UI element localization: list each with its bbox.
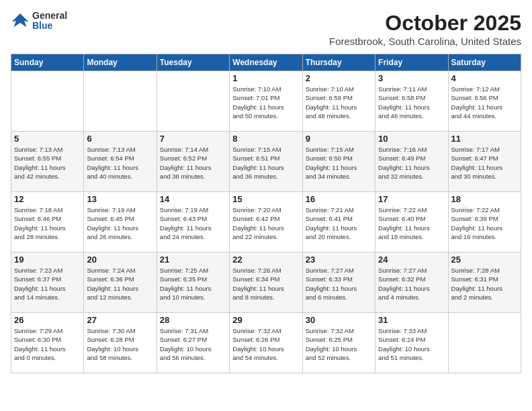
day-number: 7 (160, 134, 226, 144)
logo-blue: Blue (32, 21, 67, 31)
calendar-cell: 13Sunrise: 7:19 AM Sunset: 6:45 PM Dayli… (84, 192, 157, 253)
day-number: 19 (14, 255, 81, 265)
day-info: Sunrise: 7:15 AM Sunset: 6:51 PM Dayligh… (232, 145, 299, 181)
calendar-cell (84, 71, 157, 132)
day-number: 17 (378, 194, 445, 204)
calendar-cell: 11Sunrise: 7:17 AM Sunset: 6:47 PM Dayli… (448, 132, 521, 192)
day-number: 27 (87, 315, 153, 325)
calendar-week-row: 19Sunrise: 7:23 AM Sunset: 6:37 PM Dayli… (11, 253, 521, 313)
calendar-cell: 23Sunrise: 7:27 AM Sunset: 6:33 PM Dayli… (302, 253, 375, 313)
day-info: Sunrise: 7:12 AM Sunset: 6:56 PM Dayligh… (451, 85, 518, 120)
day-info: Sunrise: 7:25 AM Sunset: 6:35 PM Dayligh… (160, 266, 226, 302)
calendar-cell: 17Sunrise: 7:22 AM Sunset: 6:40 PM Dayli… (375, 192, 448, 253)
day-number: 23 (306, 255, 372, 265)
day-number: 13 (87, 194, 153, 204)
day-info: Sunrise: 7:19 AM Sunset: 6:45 PM Dayligh… (87, 205, 153, 241)
calendar-cell: 24Sunrise: 7:27 AM Sunset: 6:32 PM Dayli… (375, 253, 448, 313)
day-number: 15 (232, 194, 299, 204)
day-info: Sunrise: 7:24 AM Sunset: 6:36 PM Dayligh… (87, 266, 153, 302)
day-info: Sunrise: 7:10 AM Sunset: 7:01 PM Dayligh… (232, 85, 299, 120)
day-info: Sunrise: 7:19 AM Sunset: 6:43 PM Dayligh… (160, 205, 226, 241)
calendar-cell: 20Sunrise: 7:24 AM Sunset: 6:36 PM Dayli… (84, 253, 157, 313)
day-number: 24 (378, 255, 445, 265)
day-number: 1 (232, 73, 299, 83)
day-info: Sunrise: 7:17 AM Sunset: 6:47 PM Dayligh… (451, 145, 518, 181)
weekday-header-thursday: Thursday (302, 54, 375, 71)
day-info: Sunrise: 7:28 AM Sunset: 6:31 PM Dayligh… (451, 266, 518, 302)
day-info: Sunrise: 7:32 AM Sunset: 6:26 PM Dayligh… (232, 326, 299, 362)
weekday-header-sunday: Sunday (11, 54, 84, 71)
page-header: General Blue October 2025 Forestbrook, S… (11, 11, 521, 47)
svg-marker-0 (12, 14, 29, 28)
calendar-cell: 22Sunrise: 7:26 AM Sunset: 6:34 PM Dayli… (230, 253, 302, 313)
day-info: Sunrise: 7:27 AM Sunset: 6:32 PM Dayligh… (378, 266, 445, 302)
day-number: 22 (232, 255, 299, 265)
weekday-header-tuesday: Tuesday (157, 54, 229, 71)
day-number: 6 (87, 134, 153, 144)
day-number: 28 (160, 315, 226, 325)
day-info: Sunrise: 7:20 AM Sunset: 6:42 PM Dayligh… (232, 205, 299, 241)
calendar-cell: 9Sunrise: 7:15 AM Sunset: 6:50 PM Daylig… (302, 132, 375, 192)
day-info: Sunrise: 7:27 AM Sunset: 6:33 PM Dayligh… (306, 266, 372, 302)
day-number: 26 (14, 315, 81, 325)
day-info: Sunrise: 7:11 AM Sunset: 6:58 PM Dayligh… (378, 85, 445, 120)
day-number: 14 (160, 194, 226, 204)
calendar-cell: 25Sunrise: 7:28 AM Sunset: 6:31 PM Dayli… (448, 253, 521, 313)
calendar-cell: 27Sunrise: 7:30 AM Sunset: 6:28 PM Dayli… (84, 313, 157, 373)
calendar-cell: 26Sunrise: 7:29 AM Sunset: 6:30 PM Dayli… (11, 313, 84, 373)
day-number: 30 (306, 315, 372, 325)
logo: General Blue (11, 11, 67, 32)
calendar-cell: 5Sunrise: 7:13 AM Sunset: 6:55 PM Daylig… (11, 132, 84, 192)
calendar: SundayMondayTuesdayWednesdayThursdayFrid… (11, 54, 521, 373)
day-number: 21 (160, 255, 226, 265)
day-number: 5 (14, 134, 81, 144)
calendar-week-row: 5Sunrise: 7:13 AM Sunset: 6:55 PM Daylig… (11, 132, 521, 192)
day-number: 12 (14, 194, 81, 204)
title-block: October 2025 Forestbrook, South Carolina… (329, 11, 521, 47)
day-info: Sunrise: 7:14 AM Sunset: 6:52 PM Dayligh… (160, 145, 226, 181)
calendar-cell: 8Sunrise: 7:15 AM Sunset: 6:51 PM Daylig… (230, 132, 302, 192)
calendar-cell: 3Sunrise: 7:11 AM Sunset: 6:58 PM Daylig… (375, 71, 448, 132)
day-info: Sunrise: 7:23 AM Sunset: 6:37 PM Dayligh… (14, 266, 81, 302)
calendar-cell: 18Sunrise: 7:22 AM Sunset: 6:39 PM Dayli… (448, 192, 521, 253)
calendar-cell: 10Sunrise: 7:16 AM Sunset: 6:49 PM Dayli… (375, 132, 448, 192)
day-number: 29 (232, 315, 299, 325)
calendar-cell: 1Sunrise: 7:10 AM Sunset: 7:01 PM Daylig… (230, 71, 302, 132)
weekday-header-wednesday: Wednesday (230, 54, 302, 71)
day-number: 20 (87, 255, 153, 265)
day-info: Sunrise: 7:30 AM Sunset: 6:28 PM Dayligh… (87, 326, 153, 362)
weekday-header-friday: Friday (375, 54, 448, 71)
day-number: 2 (306, 73, 372, 83)
day-number: 8 (232, 134, 299, 144)
logo-text: General Blue (32, 11, 67, 32)
day-info: Sunrise: 7:31 AM Sunset: 6:27 PM Dayligh… (160, 326, 226, 362)
day-info: Sunrise: 7:26 AM Sunset: 6:34 PM Dayligh… (232, 266, 299, 302)
calendar-week-row: 1Sunrise: 7:10 AM Sunset: 7:01 PM Daylig… (11, 71, 521, 132)
calendar-cell: 28Sunrise: 7:31 AM Sunset: 6:27 PM Dayli… (157, 313, 229, 373)
day-info: Sunrise: 7:13 AM Sunset: 6:55 PM Dayligh… (14, 145, 81, 181)
calendar-cell (448, 313, 521, 373)
month-title: October 2025 (329, 11, 521, 36)
day-info: Sunrise: 7:10 AM Sunset: 6:59 PM Dayligh… (306, 85, 372, 120)
day-number: 16 (306, 194, 372, 204)
day-info: Sunrise: 7:18 AM Sunset: 6:46 PM Dayligh… (14, 205, 81, 241)
day-number: 4 (451, 73, 518, 83)
calendar-cell: 31Sunrise: 7:33 AM Sunset: 6:24 PM Dayli… (375, 313, 448, 373)
day-info: Sunrise: 7:13 AM Sunset: 6:54 PM Dayligh… (87, 145, 153, 181)
calendar-cell: 16Sunrise: 7:21 AM Sunset: 6:41 PM Dayli… (302, 192, 375, 253)
calendar-week-row: 12Sunrise: 7:18 AM Sunset: 6:46 PM Dayli… (11, 192, 521, 253)
day-info: Sunrise: 7:29 AM Sunset: 6:30 PM Dayligh… (14, 326, 81, 362)
calendar-cell: 19Sunrise: 7:23 AM Sunset: 6:37 PM Dayli… (11, 253, 84, 313)
day-number: 25 (451, 255, 518, 265)
day-number: 31 (378, 315, 445, 325)
logo-general: General (32, 11, 67, 21)
day-number: 18 (451, 194, 518, 204)
calendar-cell: 12Sunrise: 7:18 AM Sunset: 6:46 PM Dayli… (11, 192, 84, 253)
weekday-header-row: SundayMondayTuesdayWednesdayThursdayFrid… (11, 54, 521, 71)
calendar-cell: 7Sunrise: 7:14 AM Sunset: 6:52 PM Daylig… (157, 132, 229, 192)
calendar-cell: 4Sunrise: 7:12 AM Sunset: 6:56 PM Daylig… (448, 71, 521, 132)
calendar-cell: 2Sunrise: 7:10 AM Sunset: 6:59 PM Daylig… (302, 71, 375, 132)
calendar-cell: 30Sunrise: 7:32 AM Sunset: 6:25 PM Dayli… (302, 313, 375, 373)
logo-icon (11, 11, 30, 30)
calendar-cell (157, 71, 229, 132)
